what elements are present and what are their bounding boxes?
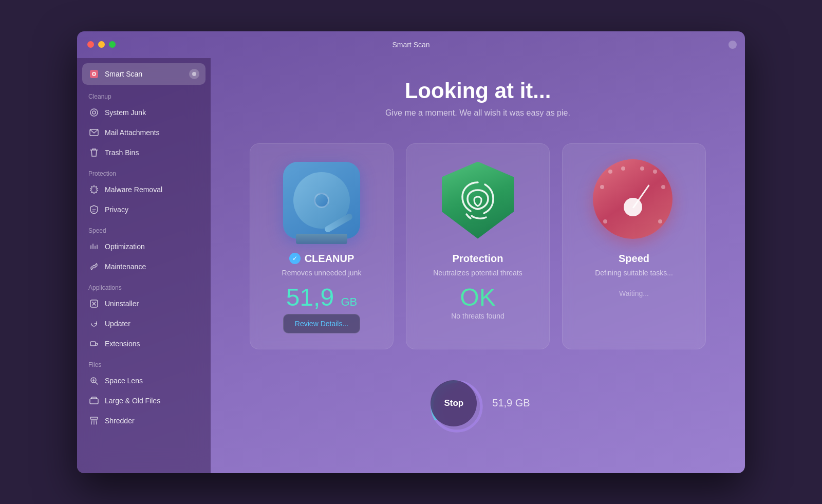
cleanup-check-icon: ✓ — [289, 253, 301, 264]
protection-icon-wrapper — [437, 159, 519, 241]
close-button[interactable] — [87, 41, 94, 48]
svg-line-17 — [96, 382, 98, 384]
page-subtitle: Give me a moment. We all wish it was eas… — [385, 108, 570, 118]
cleanup-stat-unit: GB — [341, 295, 357, 308]
traffic-lights — [87, 41, 116, 48]
fingerprint-svg — [456, 177, 500, 223]
updater-icon — [88, 318, 100, 329]
svg-point-4 — [90, 109, 98, 116]
sidebar-item-uninstaller[interactable]: Uninstaller — [82, 294, 206, 313]
optimization-icon — [88, 241, 100, 252]
speed-card-subtitle: Defining suitable tasks... — [595, 269, 673, 277]
protection-card-subtitle: Neutralizes potential threats — [433, 269, 522, 277]
protection-stat-sub: No threats found — [451, 312, 505, 320]
section-label-cleanup: Cleanup — [77, 86, 211, 102]
sidebar-item-shredder[interactable]: Shredder — [82, 411, 206, 431]
svg-line-24 — [96, 420, 97, 424]
uninstaller-icon — [88, 298, 100, 309]
protection-stat: OK — [460, 285, 495, 310]
protection-title-row: Protection — [453, 253, 503, 265]
trash-icon — [88, 147, 100, 158]
window-action-button[interactable] — [728, 41, 737, 49]
cleanup-stat: 51,9 GB — [286, 285, 358, 310]
title-bar: Smart Scan — [77, 31, 745, 58]
speed-title-row: Speed — [619, 253, 649, 265]
window-title: Smart Scan — [392, 41, 429, 49]
speed-gauge-icon — [593, 159, 675, 241]
stop-progress-ring: Stop — [425, 375, 482, 432]
sidebar-label-privacy: Privacy — [105, 206, 128, 214]
sidebar-item-system-junk[interactable]: System Junk — [82, 103, 206, 122]
stop-button[interactable]: Stop — [431, 380, 477, 426]
svg-point-2 — [93, 73, 95, 75]
svg-rect-15 — [90, 342, 96, 346]
sidebar-item-smart-scan[interactable]: Smart Scan — [82, 63, 206, 85]
maintenance-icon — [88, 261, 100, 272]
cleanup-card-subtitle: Removes unneeded junk — [282, 269, 362, 277]
sidebar-item-large-old-files[interactable]: Large & Old Files — [82, 391, 206, 410]
svg-rect-20 — [90, 399, 98, 404]
extensions-icon — [88, 338, 100, 349]
sidebar-item-mail-attachments[interactable]: Mail Attachments — [82, 123, 206, 142]
sidebar-label-smart-scan: Smart Scan — [105, 70, 142, 78]
app-window: Smart Scan Smart Scan Cl — [77, 31, 745, 473]
protection-card: Protection Neutralizes potential threats… — [406, 143, 550, 349]
minimize-button[interactable] — [98, 41, 105, 48]
svg-line-22 — [91, 420, 92, 424]
sidebar-item-malware-removal[interactable]: Malware Removal — [82, 180, 206, 199]
speed-icon-wrapper — [593, 159, 675, 241]
sidebar: Smart Scan Cleanup System Junk — [77, 58, 211, 473]
sidebar-item-trash-bins[interactable]: Trash Bins — [82, 143, 206, 162]
page-title: Looking at it... — [405, 79, 551, 103]
cleanup-disk-icon — [283, 162, 360, 239]
sidebar-item-extensions[interactable]: Extensions — [82, 334, 206, 353]
sidebar-label-extensions: Extensions — [105, 340, 140, 348]
sidebar-label-space-lens: Space Lens — [105, 377, 143, 385]
main-content: Looking at it... Give me a moment. We al… — [211, 58, 745, 473]
sidebar-label-trash-bins: Trash Bins — [105, 148, 139, 157]
cleanup-stat-value: 51,9 — [286, 284, 334, 311]
sidebar-label-mail-attachments: Mail Attachments — [105, 128, 160, 137]
sidebar-item-privacy[interactable]: Privacy — [82, 200, 206, 219]
svg-point-5 — [92, 111, 96, 114]
sidebar-label-maintenance: Maintenance — [105, 263, 146, 271]
cards-row: ✓ CLEANUP Removes unneeded junk 51,9 GB … — [226, 143, 730, 349]
sidebar-label-updater: Updater — [105, 320, 130, 328]
stop-row: Stop 51,9 GB — [425, 375, 530, 432]
mail-icon — [88, 127, 100, 138]
smart-scan-badge — [189, 69, 199, 79]
cleanup-card: ✓ CLEANUP Removes unneeded junk 51,9 GB … — [250, 143, 394, 349]
shredder-icon — [88, 415, 100, 426]
sidebar-label-malware-removal: Malware Removal — [105, 185, 162, 194]
svg-point-3 — [192, 72, 196, 76]
cleanup-icon-wrapper — [281, 159, 363, 241]
section-label-applications: Applications — [77, 277, 211, 293]
sidebar-item-space-lens[interactable]: Space Lens — [82, 371, 206, 390]
maximize-button[interactable] — [109, 41, 116, 48]
large-files-icon — [88, 395, 100, 406]
cleanup-card-title: CLEANUP — [305, 253, 354, 265]
section-label-protection: Protection — [77, 163, 211, 179]
sidebar-label-large-old-files: Large & Old Files — [105, 397, 160, 405]
sidebar-item-maintenance[interactable]: Maintenance — [82, 257, 206, 276]
sidebar-item-optimization[interactable]: Optimization — [82, 237, 206, 256]
sidebar-label-optimization: Optimization — [105, 242, 145, 251]
section-label-speed: Speed — [77, 220, 211, 236]
cleanup-title-row: ✓ CLEANUP — [289, 253, 354, 265]
speed-card-title: Speed — [619, 253, 649, 265]
sidebar-label-shredder: Shredder — [105, 417, 135, 425]
protection-shield-icon — [437, 159, 519, 241]
section-label-files: Files — [77, 354, 211, 370]
space-lens-icon — [88, 375, 100, 386]
svg-point-11 — [93, 265, 96, 268]
sidebar-label-uninstaller: Uninstaller — [105, 300, 139, 308]
smart-scan-icon — [88, 68, 100, 80]
speed-card: Speed Defining suitable tasks... Waiting… — [562, 143, 706, 349]
protection-card-title: Protection — [453, 253, 503, 265]
privacy-icon — [88, 204, 100, 215]
sidebar-item-updater[interactable]: Updater — [82, 314, 206, 333]
svg-rect-21 — [90, 417, 98, 419]
review-details-button[interactable]: Review Details... — [283, 314, 360, 333]
malware-icon — [88, 184, 100, 195]
system-junk-icon — [88, 107, 100, 118]
